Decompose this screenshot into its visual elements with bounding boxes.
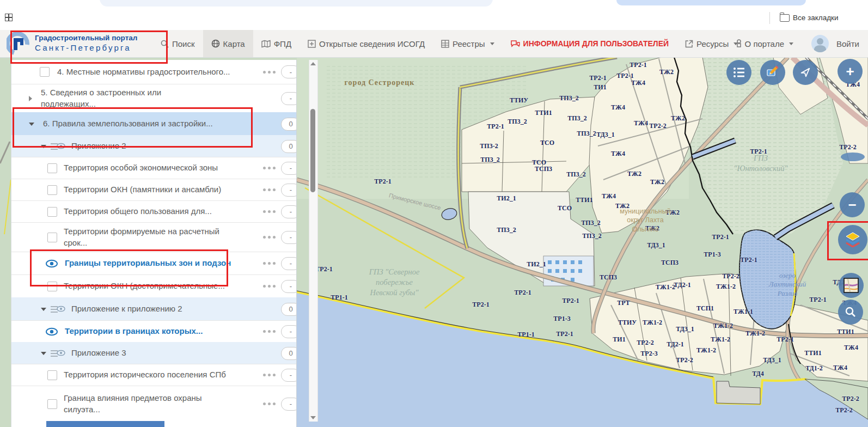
- layer-count-badge: -: [281, 65, 297, 78]
- layer-row-historic-settlement[interactable]: Территория исторического поселения СПб -: [11, 364, 296, 386]
- nav-registries[interactable]: Реестры: [433, 30, 503, 57]
- row-menu-dots[interactable]: [263, 167, 276, 169]
- legend-button[interactable]: [726, 60, 751, 85]
- layer-checkbox[interactable]: [47, 163, 57, 173]
- legend-list-icon: [733, 67, 745, 78]
- layer-row-okn-landmarks[interactable]: Территории ОКН (достопримечательные... -: [11, 274, 296, 297]
- layer-checkbox[interactable]: [47, 207, 57, 217]
- row-menu-dots[interactable]: [263, 71, 276, 74]
- row-menu-dots[interactable]: [263, 236, 276, 239]
- edit-button[interactable]: [760, 60, 785, 85]
- nav-about[interactable]: О портале: [728, 30, 802, 57]
- layer-row-estimated-period-territories[interactable]: Территории формируемые на расчетный срок…: [11, 222, 296, 252]
- portal-logo[interactable]: Градостроительный портал Санкт-Петербург…: [7, 32, 137, 56]
- layer-label: Границы территориальных зон и подзон: [65, 258, 231, 269]
- layer-group-appendix-3[interactable]: Приложение 3 0: [11, 342, 296, 364]
- layer-row-silhouette-protection-border[interactable]: Граница влияния предметов охраны силуэта…: [11, 386, 296, 422]
- layer-checkbox[interactable]: [47, 233, 57, 242]
- layer-row-territorial-zone-borders[interactable]: Границы территориальных зон и подзон -: [11, 252, 296, 274]
- all-bookmarks-button[interactable]: Все закладки: [793, 14, 838, 22]
- basemap-thumbnail-icon: [843, 278, 859, 293]
- layer-row-okn-monuments[interactable]: Территории ОКН (памятники и ансамбли) -: [11, 179, 296, 200]
- nav-user-info[interactable]: ИНФОРМАЦИЯ ДЛЯ ПОЛЬЗОВАТЕЛЕЙ: [503, 30, 677, 57]
- layer-row-special-economic-zone[interactable]: Территория особой экономической зоны -: [11, 157, 296, 179]
- user-avatar[interactable]: [811, 35, 829, 52]
- info-icon: [736, 39, 742, 48]
- row-menu-dots[interactable]: [263, 210, 276, 213]
- row-menu-dots[interactable]: [263, 262, 276, 265]
- visibility-eye-icon[interactable]: [45, 327, 58, 336]
- layer-group-appendix-to-2[interactable]: Приложение к приложению 2 0: [11, 297, 296, 320]
- layer-label: Территория исторического поселения СПб: [64, 369, 226, 380]
- header-right: О портале Войти: [728, 30, 863, 57]
- layer-count-badge: -: [281, 369, 297, 382]
- layer-label: 6. Правила землепользования и застройки.…: [43, 118, 213, 129]
- layers-button[interactable]: [838, 225, 867, 254]
- layer-count-badge: 0: [281, 118, 297, 131]
- portal-title-line1: Градостроительный портал: [35, 34, 137, 43]
- sidebar-scrollbar[interactable]: [309, 60, 318, 422]
- layer-row-local-norms[interactable]: 4. Местные нормативы градостроительного.…: [11, 60, 296, 84]
- portal-title-line2: Санкт-Петербурга: [35, 43, 137, 53]
- layer-count-badge: 0: [281, 303, 297, 316]
- collapse-down-icon[interactable]: [41, 352, 46, 355]
- scroll-up-arrow[interactable]: [310, 62, 316, 65]
- scroll-down-arrow[interactable]: [310, 416, 316, 419]
- layer-row-land-use-rules[interactable]: 6. Правила землепользования и застройки.…: [11, 112, 296, 135]
- row-menu-dots[interactable]: [263, 330, 276, 333]
- collapse-down-icon[interactable]: [41, 145, 46, 148]
- collapse-down-icon[interactable]: [41, 308, 46, 311]
- row-menu-dots[interactable]: [263, 188, 276, 191]
- layer-group-appendix-2[interactable]: Приложение 2 0: [11, 135, 296, 157]
- layer-checkbox[interactable]: [47, 185, 57, 195]
- locate-button[interactable]: [793, 60, 818, 85]
- browser-profile-pill[interactable]: [616, 0, 806, 5]
- row-menu-dots[interactable]: [263, 402, 276, 405]
- layer-checkbox[interactable]: [47, 282, 57, 291]
- scrollbar-thumb[interactable]: [310, 109, 315, 192]
- nav-isogd[interactable]: Открытые сведения ИСОГД: [299, 30, 433, 57]
- zoom-in-button[interactable]: +: [838, 59, 863, 84]
- row-menu-dots[interactable]: [263, 285, 276, 288]
- layer-count-badge: -: [281, 205, 297, 218]
- collapse-down-icon[interactable]: [29, 123, 34, 126]
- chat-icon: [511, 40, 520, 48]
- layer-row-territories-within-borders[interactable]: Территории в границах которых... -: [11, 320, 296, 342]
- portal-logo-icon: [7, 32, 30, 56]
- layer-checkbox[interactable]: [47, 370, 57, 380]
- search-icon: [845, 306, 857, 318]
- bookmarks-bar: Все закладки: [0, 7, 868, 30]
- app-window: Все закладки Градостроительный портал Са…: [0, 0, 868, 427]
- layer-tree-panel: 4. Местные нормативы градостроительного.…: [11, 60, 297, 427]
- login-button[interactable]: Войти: [833, 30, 863, 57]
- layer-row-built-up-info[interactable]: 5. Сведения о застроенных или подлежащих…: [11, 84, 296, 112]
- apps-grid-icon[interactable]: [5, 14, 13, 21]
- nav-fpd[interactable]: ФПД: [253, 30, 299, 57]
- plus-icon: +: [846, 64, 854, 78]
- nav-map[interactable]: Карта: [203, 30, 253, 57]
- bottom-blue-bar[interactable]: [46, 421, 164, 427]
- layer-checkbox[interactable]: [40, 67, 50, 77]
- layer-label: Приложение 3: [71, 347, 126, 358]
- map-search-button[interactable]: [838, 300, 863, 325]
- layer-label: 4. Местные нормативы градостроительного.…: [57, 66, 230, 77]
- layers-diamond-icon: [845, 232, 861, 247]
- row-menu-dots[interactable]: [263, 374, 276, 376]
- layer-count-badge: -: [281, 162, 297, 175]
- globe-icon: [211, 39, 220, 48]
- layer-row-common-use-territory[interactable]: Территория общего пользования для... -: [11, 200, 296, 222]
- layer-count-badge: -: [281, 398, 297, 411]
- basemap-button[interactable]: [839, 273, 864, 298]
- pencil-icon: [766, 65, 780, 80]
- address-bar-bottom[interactable]: [100, 0, 493, 7]
- nav-search[interactable]: Поиск: [152, 30, 203, 57]
- chevron-down-icon: [490, 42, 494, 45]
- layer-label: Территория особой экономической зоны: [64, 162, 218, 173]
- layer-checkbox[interactable]: [47, 399, 57, 409]
- table-icon: [441, 40, 449, 48]
- zoom-out-button[interactable]: −: [840, 192, 865, 217]
- portal-header: Градостроительный портал Санкт-Петербург…: [0, 30, 868, 58]
- navigation-arrow-icon: [799, 66, 811, 78]
- expand-right-icon[interactable]: [29, 96, 32, 101]
- visibility-eye-icon[interactable]: [45, 259, 58, 268]
